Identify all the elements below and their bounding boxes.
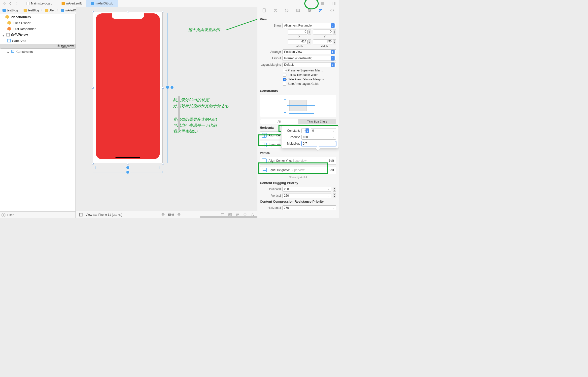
guide-center-x <box>128 11 128 150</box>
attributes-inspector-tab[interactable] <box>307 8 312 13</box>
nav-forward-button[interactable] <box>13 1 19 6</box>
canvas-column: 这个页面设置比例 我先设计Alert的长宽 分别对应父视图长宽的十分之七 具体你… <box>76 7 257 218</box>
green-arrow <box>226 7 257 31</box>
height-input[interactable]: 896 <box>313 39 333 44</box>
file-inspector-tab[interactable] <box>261 8 267 13</box>
layout-margins-select[interactable]: Default <box>282 62 336 67</box>
svg-rect-0 <box>3 2 4 3</box>
related-items-icon[interactable] <box>1 1 7 6</box>
svg-point-39 <box>308 9 309 10</box>
chp-v-stepper[interactable] <box>333 193 336 198</box>
toggle-outline-icon[interactable] <box>78 213 83 217</box>
vertical-scrollbar[interactable] <box>178 21 180 203</box>
ccrp-horizontal-input[interactable]: 750⌄ <box>282 205 336 210</box>
edit-button[interactable]: Edit <box>328 168 334 172</box>
view-as-label[interactable]: View as: iPhone 11 (wC hR) <box>86 213 122 217</box>
outline-files-owner[interactable]: File's Owner <box>0 20 75 26</box>
tab-main-storyboard[interactable]: Main.storyboard <box>22 0 57 7</box>
breadcrumb-item[interactable]: Alert <box>45 9 56 12</box>
arrange-select[interactable]: Position View <box>282 49 336 54</box>
editor-options-icon[interactable] <box>319 1 325 6</box>
horizontal-scrollbar[interactable] <box>153 216 175 218</box>
disclosure-icon[interactable] <box>7 50 10 53</box>
segment-all[interactable]: All <box>260 119 298 124</box>
inspector-body: View Show Alignment Rectangle 0X 0Y 414W… <box>257 14 339 218</box>
inspector-panel: ? View Show Alignment Rectangle 0X 0Y <box>257 7 339 218</box>
cube-icon <box>7 27 11 31</box>
constraint-pill[interactable] <box>126 166 130 169</box>
constraints-diagram[interactable] <box>260 95 336 117</box>
priority-label: Priority: <box>284 135 300 139</box>
help-inspector-tab[interactable]: ? <box>284 8 289 13</box>
adjust-editor-icon[interactable] <box>325 1 331 6</box>
disclosure-icon[interactable] <box>2 33 5 36</box>
history-inspector-tab[interactable] <box>273 8 278 13</box>
show-select[interactable]: Alignment Rectangle <box>282 23 336 28</box>
top-toolbar: Main.storyboard mAlert.swift mAlertXib.x… <box>0 0 339 7</box>
y-stepper[interactable] <box>333 30 336 34</box>
zoom-level[interactable]: 56% <box>168 213 174 217</box>
document-outline: testBlog〉 testBlog〉 Alert〉 mAlertXib.xib… <box>0 7 76 218</box>
canvas[interactable]: 这个页面设置比例 我先设计Alert的长宽 分别对应父视图长宽的十分之七 具体你… <box>76 7 257 211</box>
dropdown-arrows-icon <box>331 63 335 67</box>
y-input[interactable]: 0 <box>313 30 333 34</box>
svg-rect-26 <box>237 214 239 215</box>
show-label: Show <box>260 24 281 27</box>
segment-this-size-class[interactable]: This Size Class <box>298 119 336 124</box>
identity-inspector-tab[interactable] <box>295 8 301 13</box>
svg-line-21 <box>180 216 181 217</box>
svg-rect-23 <box>229 214 232 216</box>
constraint-pill[interactable] <box>126 170 130 174</box>
outline-constraints[interactable]: Constraints <box>0 49 75 55</box>
outline-red-view[interactable]: 红色的view <box>0 44 75 49</box>
constraint-pill[interactable] <box>170 86 174 89</box>
height-stepper[interactable] <box>333 39 336 44</box>
tab-malert-swift[interactable]: mAlert.swift <box>57 0 86 7</box>
chp-vertical-input[interactable]: 250⌄ <box>282 193 331 198</box>
width-input[interactable]: 414 <box>288 39 308 44</box>
svg-line-11 <box>226 7 257 30</box>
chp-h-stepper[interactable] <box>333 187 336 192</box>
placeholders-header[interactable]: Placeholders <box>0 14 75 20</box>
constraint-pill[interactable] <box>166 86 169 89</box>
filter-input[interactable] <box>7 213 74 217</box>
add-editor-icon[interactable] <box>331 1 337 6</box>
x-stepper[interactable] <box>308 30 311 34</box>
constraint-align-center-y[interactable]: Align Center Y to: Superview Edit <box>260 157 336 165</box>
safearea-guide-checkbox[interactable] <box>283 82 286 86</box>
size-inspector-tab[interactable] <box>318 8 323 13</box>
breadcrumb-item[interactable]: testBlog <box>24 9 39 12</box>
edit-button[interactable]: Edit <box>328 159 334 162</box>
chp-horizontal-input[interactable]: 250⌄ <box>282 187 331 192</box>
outline-first-responder[interactable]: First Responder <box>0 26 75 32</box>
folder-icon <box>2 9 6 12</box>
multiplier-input[interactable]: 0.7⌄ <box>301 141 336 146</box>
tab-label: mAlertXib.xib <box>96 2 113 5</box>
layout-select[interactable]: Inferred (Constraints) <box>282 56 336 61</box>
svg-rect-33 <box>263 9 265 12</box>
outline-safe-area[interactable]: Safe Area <box>0 38 75 44</box>
width-stepper[interactable] <box>308 39 311 44</box>
relation-select[interactable]: = <box>301 128 309 133</box>
tab-malert-xib[interactable]: mAlertXib.xib <box>86 0 118 7</box>
file-tabs: Main.storyboard mAlert.swift mAlertXib.x… <box>22 0 118 7</box>
add-variation-icon[interactable]: + <box>285 77 287 81</box>
x-input[interactable]: 0 <box>288 30 308 34</box>
filter-icon[interactable]: ⊕ <box>1 213 5 217</box>
xib-icon <box>61 9 64 12</box>
priority-input[interactable]: 1000⌄ <box>301 135 336 140</box>
add-variation-icon[interactable]: + <box>285 68 287 72</box>
add-variation-icon[interactable]: + <box>285 73 287 77</box>
chp-vertical-label: Vertical <box>260 194 281 197</box>
breadcrumb-item[interactable]: testBlog <box>2 9 18 12</box>
content-compression-title: Content Compression Resistance Priority <box>260 200 336 203</box>
connections-inspector-tab[interactable] <box>329 8 335 13</box>
constant-input[interactable]: 0⌄ <box>311 128 336 133</box>
constraint-equal-height[interactable]: Equal Height to: Superview Edit <box>260 166 336 174</box>
nav-back-button[interactable] <box>7 1 13 6</box>
outline-white-view[interactable]: 白色的view <box>0 32 75 38</box>
zoom-in-icon[interactable] <box>177 213 182 217</box>
cube-icon <box>7 21 11 25</box>
constraints-scope-segment[interactable]: All This Size Class <box>260 119 336 124</box>
svg-rect-14 <box>79 213 80 216</box>
